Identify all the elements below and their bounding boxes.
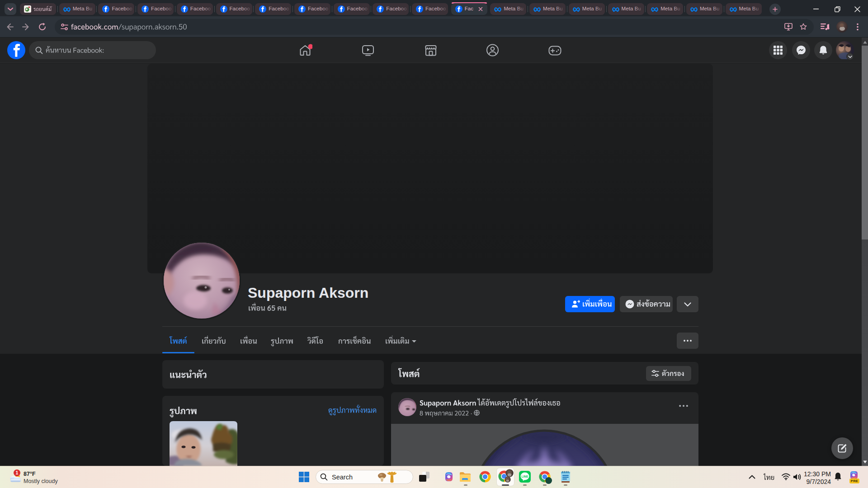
svg-text:LINE: LINE [522,475,528,478]
